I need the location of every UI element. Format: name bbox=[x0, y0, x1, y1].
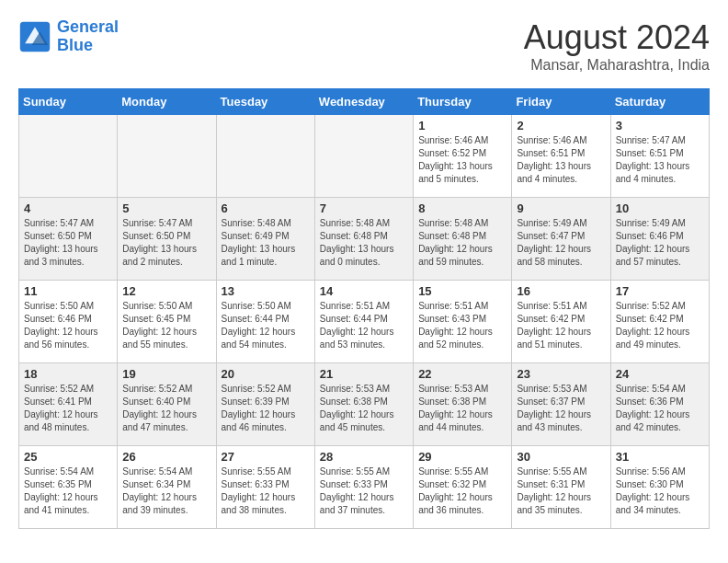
day-info: Sunrise: 5:46 AM Sunset: 6:52 PM Dayligh… bbox=[418, 134, 506, 186]
calendar-cell: 12Sunrise: 5:50 AM Sunset: 6:45 PM Dayli… bbox=[118, 281, 216, 363]
page-header: General Blue August 2024 Mansar, Maharas… bbox=[18, 18, 710, 74]
calendar-cell: 24Sunrise: 5:54 AM Sunset: 6:36 PM Dayli… bbox=[610, 363, 709, 446]
day-number: 1 bbox=[418, 119, 506, 132]
day-number: 27 bbox=[222, 450, 310, 464]
calendar-cell: 9Sunrise: 5:49 AM Sunset: 6:47 PM Daylig… bbox=[512, 198, 610, 281]
day-number: 10 bbox=[616, 201, 704, 215]
day-number: 8 bbox=[418, 201, 506, 215]
calendar-cell: 7Sunrise: 5:48 AM Sunset: 6:48 PM Daylig… bbox=[314, 198, 413, 281]
day-info: Sunrise: 5:51 AM Sunset: 6:42 PM Dayligh… bbox=[517, 300, 605, 351]
day-info: Sunrise: 5:47 AM Sunset: 6:50 PM Dayligh… bbox=[122, 217, 210, 269]
day-number: 2 bbox=[517, 119, 605, 132]
day-info: Sunrise: 5:51 AM Sunset: 6:44 PM Dayligh… bbox=[320, 300, 408, 351]
day-number: 26 bbox=[122, 450, 210, 464]
calendar-cell: 15Sunrise: 5:51 AM Sunset: 6:43 PM Dayli… bbox=[414, 281, 512, 363]
day-info: Sunrise: 5:48 AM Sunset: 6:48 PM Dayligh… bbox=[418, 217, 506, 269]
calendar-cell: 29Sunrise: 5:55 AM Sunset: 6:32 PM Dayli… bbox=[414, 446, 512, 529]
calendar-cell: 18Sunrise: 5:52 AM Sunset: 6:41 PM Dayli… bbox=[19, 363, 118, 446]
day-info: Sunrise: 5:52 AM Sunset: 6:41 PM Dayligh… bbox=[24, 383, 112, 434]
calendar-cell: 3Sunrise: 5:47 AM Sunset: 6:51 PM Daylig… bbox=[610, 115, 709, 198]
day-info: Sunrise: 5:50 AM Sunset: 6:45 PM Dayligh… bbox=[122, 300, 210, 351]
day-number: 6 bbox=[222, 201, 310, 215]
calendar-table: SundayMondayTuesdayWednesdayThursdayFrid… bbox=[18, 88, 710, 529]
calendar-cell: 16Sunrise: 5:51 AM Sunset: 6:42 PM Dayli… bbox=[512, 281, 610, 363]
week-row-3: 11Sunrise: 5:50 AM Sunset: 6:46 PM Dayli… bbox=[19, 281, 710, 363]
day-number: 9 bbox=[517, 201, 605, 215]
day-header-tuesday: Tuesday bbox=[216, 89, 314, 115]
calendar-cell: 19Sunrise: 5:52 AM Sunset: 6:40 PM Dayli… bbox=[118, 363, 216, 446]
day-number: 23 bbox=[517, 367, 605, 381]
day-number: 30 bbox=[517, 450, 605, 464]
week-row-1: 1Sunrise: 5:46 AM Sunset: 6:52 PM Daylig… bbox=[19, 115, 710, 198]
month-year: August 2024 bbox=[524, 18, 710, 57]
day-number: 3 bbox=[616, 119, 704, 132]
calendar-cell bbox=[216, 115, 314, 198]
day-number: 29 bbox=[418, 450, 506, 464]
day-number: 5 bbox=[122, 201, 210, 215]
day-info: Sunrise: 5:47 AM Sunset: 6:50 PM Dayligh… bbox=[24, 217, 112, 269]
day-header-sunday: Sunday bbox=[19, 89, 118, 115]
day-info: Sunrise: 5:54 AM Sunset: 6:36 PM Dayligh… bbox=[616, 383, 704, 434]
calendar-cell: 13Sunrise: 5:50 AM Sunset: 6:44 PM Dayli… bbox=[216, 281, 314, 363]
day-number: 19 bbox=[122, 367, 210, 381]
day-number: 11 bbox=[24, 284, 112, 298]
calendar-cell: 21Sunrise: 5:53 AM Sunset: 6:38 PM Dayli… bbox=[314, 363, 413, 446]
calendar-cell: 2Sunrise: 5:46 AM Sunset: 6:51 PM Daylig… bbox=[512, 115, 610, 198]
day-info: Sunrise: 5:52 AM Sunset: 6:42 PM Dayligh… bbox=[616, 300, 704, 351]
day-header-monday: Monday bbox=[118, 89, 216, 115]
calendar-cell: 25Sunrise: 5:54 AM Sunset: 6:35 PM Dayli… bbox=[19, 446, 118, 529]
day-number: 14 bbox=[320, 284, 408, 298]
day-number: 12 bbox=[122, 284, 210, 298]
day-number: 15 bbox=[418, 284, 506, 298]
day-info: Sunrise: 5:50 AM Sunset: 6:44 PM Dayligh… bbox=[222, 300, 310, 351]
logo-icon bbox=[18, 20, 51, 53]
calendar-cell: 10Sunrise: 5:49 AM Sunset: 6:46 PM Dayli… bbox=[610, 198, 709, 281]
day-info: Sunrise: 5:54 AM Sunset: 6:34 PM Dayligh… bbox=[122, 465, 210, 517]
day-header-friday: Friday bbox=[512, 89, 610, 115]
day-info: Sunrise: 5:49 AM Sunset: 6:47 PM Dayligh… bbox=[517, 217, 605, 269]
day-info: Sunrise: 5:50 AM Sunset: 6:46 PM Dayligh… bbox=[24, 300, 112, 351]
day-info: Sunrise: 5:51 AM Sunset: 6:43 PM Dayligh… bbox=[418, 300, 506, 351]
day-info: Sunrise: 5:52 AM Sunset: 6:40 PM Dayligh… bbox=[122, 383, 210, 434]
calendar-cell: 20Sunrise: 5:52 AM Sunset: 6:39 PM Dayli… bbox=[216, 363, 314, 446]
day-number: 13 bbox=[222, 284, 310, 298]
day-number: 17 bbox=[616, 284, 704, 298]
calendar-cell: 5Sunrise: 5:47 AM Sunset: 6:50 PM Daylig… bbox=[118, 198, 216, 281]
calendar-cell: 26Sunrise: 5:54 AM Sunset: 6:34 PM Dayli… bbox=[118, 446, 216, 529]
day-info: Sunrise: 5:46 AM Sunset: 6:51 PM Dayligh… bbox=[517, 134, 605, 186]
day-number: 21 bbox=[320, 367, 408, 381]
logo-text: General Blue bbox=[57, 18, 119, 55]
week-row-2: 4Sunrise: 5:47 AM Sunset: 6:50 PM Daylig… bbox=[19, 198, 710, 281]
day-info: Sunrise: 5:54 AM Sunset: 6:35 PM Dayligh… bbox=[24, 465, 112, 517]
day-info: Sunrise: 5:55 AM Sunset: 6:32 PM Dayligh… bbox=[418, 465, 506, 517]
day-number: 25 bbox=[24, 450, 112, 464]
day-number: 31 bbox=[616, 450, 704, 464]
calendar-cell bbox=[118, 115, 216, 198]
day-info: Sunrise: 5:52 AM Sunset: 6:39 PM Dayligh… bbox=[222, 383, 310, 434]
day-info: Sunrise: 5:55 AM Sunset: 6:33 PM Dayligh… bbox=[320, 465, 408, 517]
title-block: August 2024 Mansar, Maharashtra, India bbox=[524, 18, 710, 74]
day-number: 20 bbox=[222, 367, 310, 381]
day-info: Sunrise: 5:56 AM Sunset: 6:30 PM Dayligh… bbox=[616, 465, 704, 517]
logo: General Blue bbox=[18, 18, 119, 55]
day-number: 28 bbox=[320, 450, 408, 464]
location: Mansar, Maharashtra, India bbox=[524, 57, 710, 74]
day-info: Sunrise: 5:48 AM Sunset: 6:48 PM Dayligh… bbox=[320, 217, 408, 269]
day-info: Sunrise: 5:55 AM Sunset: 6:31 PM Dayligh… bbox=[517, 465, 605, 517]
header-row: SundayMondayTuesdayWednesdayThursdayFrid… bbox=[19, 89, 710, 115]
day-number: 24 bbox=[616, 367, 704, 381]
calendar-cell: 4Sunrise: 5:47 AM Sunset: 6:50 PM Daylig… bbox=[19, 198, 118, 281]
day-number: 22 bbox=[418, 367, 506, 381]
day-info: Sunrise: 5:48 AM Sunset: 6:49 PM Dayligh… bbox=[222, 217, 310, 269]
day-info: Sunrise: 5:55 AM Sunset: 6:33 PM Dayligh… bbox=[222, 465, 310, 517]
day-number: 4 bbox=[24, 201, 112, 215]
calendar-cell: 22Sunrise: 5:53 AM Sunset: 6:38 PM Dayli… bbox=[414, 363, 512, 446]
calendar-cell: 11Sunrise: 5:50 AM Sunset: 6:46 PM Dayli… bbox=[19, 281, 118, 363]
day-info: Sunrise: 5:53 AM Sunset: 6:38 PM Dayligh… bbox=[320, 383, 408, 434]
calendar-cell: 23Sunrise: 5:53 AM Sunset: 6:37 PM Dayli… bbox=[512, 363, 610, 446]
calendar-cell: 31Sunrise: 5:56 AM Sunset: 6:30 PM Dayli… bbox=[610, 446, 709, 529]
calendar-cell: 30Sunrise: 5:55 AM Sunset: 6:31 PM Dayli… bbox=[512, 446, 610, 529]
calendar-cell: 14Sunrise: 5:51 AM Sunset: 6:44 PM Dayli… bbox=[314, 281, 413, 363]
day-number: 18 bbox=[24, 367, 112, 381]
week-row-5: 25Sunrise: 5:54 AM Sunset: 6:35 PM Dayli… bbox=[19, 446, 710, 529]
